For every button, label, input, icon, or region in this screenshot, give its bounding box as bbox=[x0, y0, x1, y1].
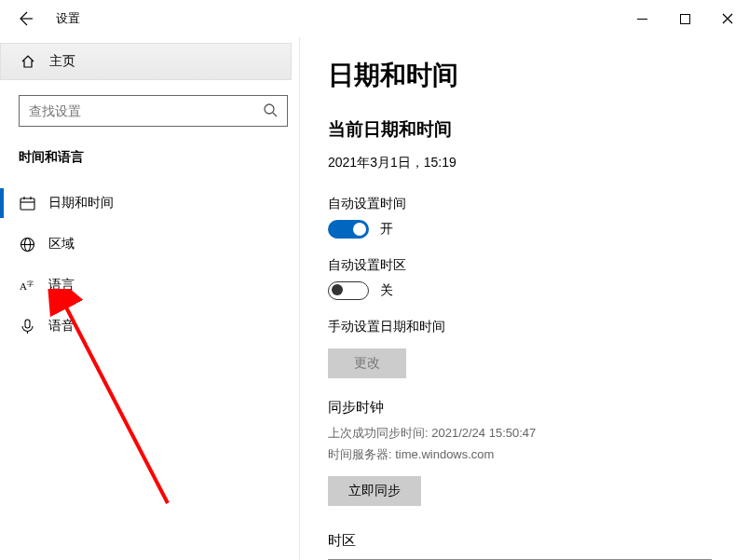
auto-timezone-toggle[interactable] bbox=[328, 281, 369, 300]
svg-rect-16 bbox=[25, 320, 30, 328]
back-button[interactable] bbox=[17, 10, 34, 27]
sync-now-button[interactable]: 立即同步 bbox=[328, 476, 421, 506]
search-icon bbox=[263, 102, 278, 120]
change-button: 更改 bbox=[328, 348, 406, 378]
svg-line-6 bbox=[273, 113, 277, 116]
sidebar: 主页 时间和语言 日期和时间 区域 bbox=[0, 37, 300, 560]
sidebar-item-label: 区域 bbox=[48, 236, 75, 253]
language-icon: A字 bbox=[19, 278, 35, 294]
minimize-button[interactable] bbox=[620, 4, 663, 34]
auto-time-state: 开 bbox=[380, 221, 393, 238]
svg-point-5 bbox=[265, 104, 274, 114]
timezone-label: 时区 bbox=[328, 532, 721, 550]
close-button[interactable] bbox=[706, 4, 749, 34]
sidebar-item-label: 语音 bbox=[48, 318, 75, 335]
manual-datetime-label: 手动设置日期和时间 bbox=[328, 319, 721, 335]
search-box[interactable] bbox=[19, 95, 288, 127]
svg-text:字: 字 bbox=[27, 280, 34, 287]
last-sync-text: 上次成功同步时间: 2021/2/24 15:50:47 bbox=[328, 424, 721, 444]
sidebar-item-label: 语言 bbox=[48, 277, 75, 294]
content-pane: 日期和时间 当前日期和时间 2021年3月1日，15:19 自动设置时间 开 自… bbox=[300, 37, 749, 560]
window-title: 设置 bbox=[56, 10, 80, 27]
page-title: 日期和时间 bbox=[328, 58, 721, 93]
microphone-icon bbox=[19, 319, 35, 335]
auto-timezone-state: 关 bbox=[380, 282, 393, 299]
auto-time-label: 自动设置时间 bbox=[328, 196, 721, 212]
home-icon bbox=[20, 54, 36, 69]
sidebar-item-speech[interactable]: 语音 bbox=[0, 306, 299, 347]
sidebar-section-label: 时间和语言 bbox=[19, 149, 299, 166]
search-input[interactable] bbox=[29, 103, 263, 118]
auto-time-toggle[interactable] bbox=[328, 220, 369, 239]
sidebar-item-language[interactable]: A字 语言 bbox=[0, 265, 299, 306]
datetime-icon bbox=[19, 196, 35, 212]
auto-timezone-label: 自动设置时区 bbox=[328, 257, 721, 274]
home-item[interactable]: 主页 bbox=[0, 43, 292, 80]
globe-icon bbox=[19, 237, 35, 253]
svg-rect-2 bbox=[680, 14, 689, 23]
titlebar: 设置 bbox=[0, 0, 749, 37]
home-label: 主页 bbox=[49, 53, 75, 70]
svg-rect-7 bbox=[20, 198, 34, 210]
sidebar-item-datetime[interactable]: 日期和时间 bbox=[0, 183, 299, 224]
current-datetime-value: 2021年3月1日，15:19 bbox=[328, 155, 721, 171]
time-server-text: 时间服务器: time.windows.com bbox=[328, 445, 721, 465]
svg-text:A: A bbox=[20, 280, 27, 292]
sidebar-item-label: 日期和时间 bbox=[48, 195, 114, 212]
maximize-button[interactable] bbox=[663, 4, 706, 34]
sync-clock-heading: 同步时钟 bbox=[328, 399, 721, 417]
current-datetime-heading: 当前日期和时间 bbox=[328, 117, 721, 142]
sidebar-item-region[interactable]: 区域 bbox=[0, 224, 299, 265]
window-controls bbox=[620, 4, 749, 34]
